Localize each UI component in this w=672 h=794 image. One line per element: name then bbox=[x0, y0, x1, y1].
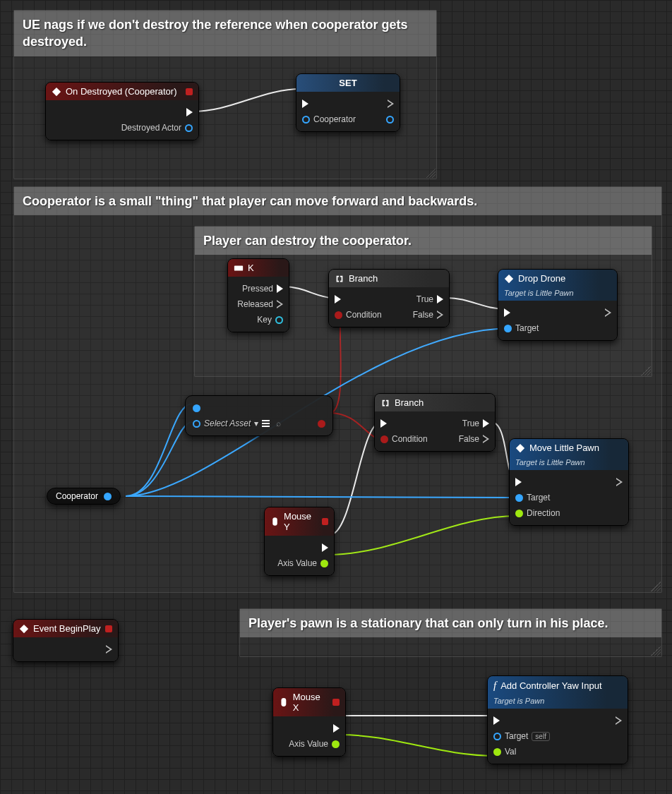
pin-label: Condition bbox=[392, 434, 428, 444]
node-mouse-y[interactable]: Mouse Y Axis Value bbox=[264, 507, 335, 576]
node-header: Branch bbox=[375, 394, 495, 411]
breakpoint-icon[interactable] bbox=[332, 699, 340, 706]
self-chip: self bbox=[532, 732, 550, 741]
branch-icon bbox=[380, 398, 390, 408]
exec-out-pin[interactable] bbox=[605, 308, 611, 317]
node-header: Mouse X bbox=[273, 688, 345, 716]
event-icon bbox=[19, 624, 29, 634]
pin-label: Target bbox=[527, 493, 550, 503]
asset-label: Select Asset bbox=[204, 419, 251, 428]
exec-in-pin[interactable] bbox=[380, 419, 387, 428]
node-subtitle: Target is Little Pawn bbox=[504, 289, 574, 297]
node-title: Event BeginPlay bbox=[33, 623, 100, 634]
event-icon bbox=[52, 87, 61, 97]
exec-false-pin[interactable] bbox=[437, 311, 443, 319]
exec-in-pin[interactable] bbox=[493, 716, 500, 725]
pin-label: Target bbox=[505, 731, 528, 741]
pin-label: True bbox=[462, 419, 479, 428]
exec-out-pin[interactable] bbox=[333, 724, 340, 733]
node-branch-1[interactable]: Branch True Condition False bbox=[328, 269, 450, 327]
exec-in-pin[interactable] bbox=[504, 308, 510, 317]
resize-handle[interactable] bbox=[426, 168, 436, 178]
node-header: Branch bbox=[329, 270, 449, 287]
node-title: Mouse X bbox=[293, 692, 328, 713]
exec-in-pin[interactable] bbox=[302, 100, 308, 108]
node-title: On Destroyed (Cooperator) bbox=[66, 86, 177, 97]
node-header: On Destroyed (Cooperator) bbox=[46, 83, 198, 100]
exec-out-pin[interactable] bbox=[388, 100, 394, 108]
pin-label: False bbox=[413, 310, 433, 320]
exec-out-pin[interactable] bbox=[106, 645, 112, 654]
comment-title: Player's pawn is a stationary that can o… bbox=[240, 609, 661, 637]
node-title: K bbox=[248, 263, 254, 273]
object-out-pin[interactable] bbox=[185, 124, 193, 132]
node-title: Branch bbox=[349, 273, 378, 284]
exec-in-pin[interactable] bbox=[515, 478, 522, 486]
node-set[interactable]: SET Cooperator bbox=[296, 73, 400, 132]
node-var-cooperator[interactable]: Cooperator bbox=[47, 488, 121, 505]
object-in-pin[interactable] bbox=[302, 116, 310, 124]
node-subtitle: Target is Little Pawn bbox=[515, 458, 585, 467]
mouse-icon bbox=[270, 517, 280, 527]
node-begin-play[interactable]: Event BeginPlay bbox=[13, 619, 119, 662]
var-label: Cooperator bbox=[56, 491, 98, 501]
bool-out-pin[interactable] bbox=[318, 420, 325, 428]
bool-in-pin[interactable] bbox=[335, 311, 342, 319]
float-in-pin[interactable] bbox=[493, 748, 501, 756]
exec-false-pin[interactable] bbox=[483, 435, 489, 443]
exec-out-pin[interactable] bbox=[616, 478, 623, 486]
target-in-pin[interactable] bbox=[515, 494, 523, 502]
pin-label: Condition bbox=[346, 310, 382, 320]
exec-out-pin[interactable] bbox=[322, 543, 328, 552]
exec-pressed-pin[interactable] bbox=[277, 284, 283, 293]
breakpoint-icon[interactable] bbox=[322, 518, 328, 525]
exec-out-pin[interactable] bbox=[186, 108, 193, 116]
exec-released-pin[interactable] bbox=[277, 300, 283, 308]
float-in-pin[interactable] bbox=[515, 510, 523, 517]
node-title: Move Little Pawn bbox=[529, 443, 599, 453]
function-icon bbox=[504, 274, 514, 284]
pin-label: Target bbox=[515, 323, 539, 333]
object-out-pin[interactable] bbox=[386, 116, 394, 124]
resize-handle[interactable] bbox=[651, 582, 661, 591]
float-out-pin[interactable] bbox=[320, 560, 328, 567]
bool-in-pin[interactable] bbox=[380, 435, 388, 443]
pin-label: Pressed bbox=[242, 284, 273, 294]
node-title: SET bbox=[339, 78, 356, 88]
node-title: Drop Drone bbox=[518, 273, 565, 284]
key-out-pin[interactable] bbox=[275, 316, 283, 324]
keyboard-icon bbox=[234, 263, 244, 273]
target-in-pin[interactable] bbox=[504, 325, 512, 332]
object-out-pin[interactable] bbox=[104, 493, 112, 500]
node-move-little-pawn[interactable]: Move Little Pawn Target is Little Pawn T… bbox=[509, 438, 629, 526]
node-mouse-x[interactable]: Mouse X Axis Value bbox=[272, 687, 346, 757]
node-branch-2[interactable]: Branch True Condition False bbox=[374, 393, 496, 452]
comment-pawn-stationary[interactable]: Player's pawn is a stationary that can o… bbox=[239, 608, 662, 657]
pin-label: False bbox=[459, 434, 479, 444]
node-drop-drone[interactable]: Drop Drone Target is Little Pawn Target bbox=[498, 269, 618, 341]
resize-handle[interactable] bbox=[641, 366, 651, 375]
exec-in-pin[interactable] bbox=[335, 295, 341, 303]
node-key-k[interactable]: K Pressed Released Key bbox=[227, 258, 289, 332]
dropdown-icon[interactable]: ▾ bbox=[254, 419, 258, 428]
comment-title: Cooperator is a small "thing" that playe… bbox=[14, 187, 661, 215]
exec-true-pin[interactable] bbox=[437, 295, 443, 303]
target-in-pin[interactable] bbox=[493, 733, 501, 740]
node-select-asset[interactable]: Select Asset ▾ ⌕ bbox=[185, 395, 333, 436]
pin-label: Destroyed Actor bbox=[121, 123, 181, 133]
node-add-yaw[interactable]: f Add Controller Yaw Input Target is Paw… bbox=[487, 675, 628, 764]
svg-rect-0 bbox=[234, 265, 243, 270]
breakpoint-icon[interactable] bbox=[105, 625, 112, 632]
svg-rect-2 bbox=[281, 698, 286, 706]
node-on-destroyed[interactable]: On Destroyed (Cooperator) Destroyed Acto… bbox=[45, 82, 199, 140]
browse-icon[interactable]: ⌕ bbox=[276, 419, 281, 428]
float-out-pin[interactable] bbox=[332, 740, 340, 748]
exec-out-pin[interactable] bbox=[616, 716, 622, 725]
exec-true-pin[interactable] bbox=[483, 419, 489, 428]
object-in-pin[interactable] bbox=[193, 404, 200, 412]
node-title: Mouse Y bbox=[284, 511, 318, 532]
object-in-pin[interactable] bbox=[193, 420, 200, 428]
breakpoint-icon[interactable] bbox=[186, 88, 193, 95]
function-icon bbox=[515, 443, 525, 453]
resize-handle[interactable] bbox=[651, 646, 661, 656]
